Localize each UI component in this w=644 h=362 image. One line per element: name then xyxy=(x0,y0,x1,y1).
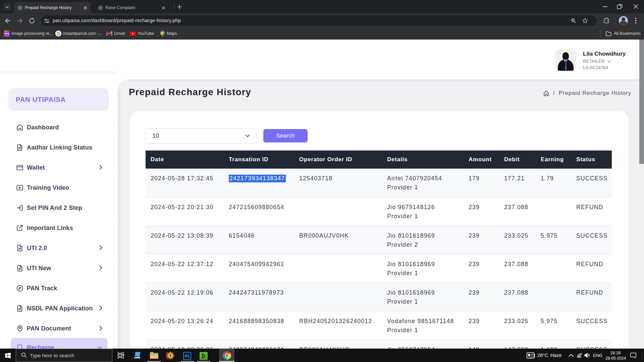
svg-text:Ps: Ps xyxy=(185,354,189,358)
